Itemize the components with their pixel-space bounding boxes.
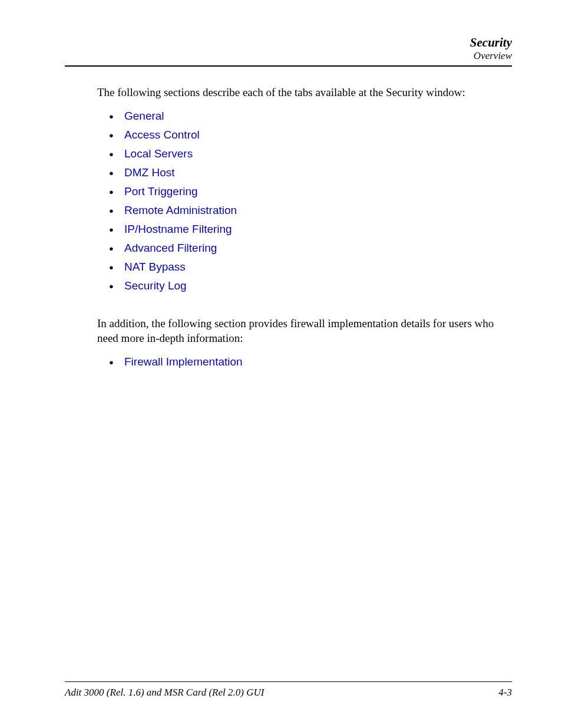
list-item: Firewall Implementation — [109, 355, 512, 368]
link-nat-bypass[interactable]: NAT Bypass — [124, 261, 186, 273]
link-advanced-filtering[interactable]: Advanced Filtering — [124, 242, 217, 254]
page-footer: Adit 3000 (Rel. 1.6) and MSR Card (Rel 2… — [65, 681, 512, 699]
footer-left-text: Adit 3000 (Rel. 1.6) and MSR Card (Rel 2… — [65, 687, 264, 699]
firewall-link-list: Firewall Implementation — [97, 355, 512, 368]
intro-paragraph-1: The following sections describe each of … — [97, 85, 512, 100]
list-item: Access Control — [109, 129, 512, 141]
tabs-link-list: General Access Control Local Servers DMZ… — [97, 110, 512, 292]
list-item: NAT Bypass — [109, 261, 512, 274]
link-dmz-host[interactable]: DMZ Host — [124, 166, 175, 179]
list-item: General — [109, 110, 512, 123]
content-area: The following sections describe each of … — [65, 85, 512, 368]
intro-paragraph-2: In addition, the following section provi… — [97, 316, 512, 346]
list-item: DMZ Host — [109, 166, 512, 179]
document-page: Security Overview The following sections… — [0, 0, 562, 728]
link-local-servers[interactable]: Local Servers — [124, 147, 193, 160]
list-item: Security Log — [109, 279, 512, 292]
link-access-control[interactable]: Access Control — [124, 129, 200, 141]
footer-page-number: 4-3 — [498, 687, 512, 699]
link-general[interactable]: General — [124, 110, 164, 122]
list-item: IP/Hostname Filtering — [109, 223, 512, 236]
list-item: Remote Administration — [109, 204, 512, 217]
header-subtitle: Overview — [65, 50, 512, 62]
link-remote-administration[interactable]: Remote Administration — [124, 204, 237, 216]
link-ip-hostname-filtering[interactable]: IP/Hostname Filtering — [124, 223, 232, 235]
footer-divider — [65, 681, 512, 682]
link-port-triggering[interactable]: Port Triggering — [124, 185, 198, 197]
header-title: Security — [65, 35, 512, 50]
link-security-log[interactable]: Security Log — [124, 279, 187, 292]
footer-content: Adit 3000 (Rel. 1.6) and MSR Card (Rel 2… — [65, 687, 512, 699]
header-divider — [65, 65, 512, 67]
list-item: Advanced Filtering — [109, 242, 512, 255]
link-firewall-implementation[interactable]: Firewall Implementation — [124, 355, 243, 368]
page-header: Security Overview — [65, 35, 512, 62]
list-item: Local Servers — [109, 147, 512, 160]
list-item: Port Triggering — [109, 185, 512, 198]
